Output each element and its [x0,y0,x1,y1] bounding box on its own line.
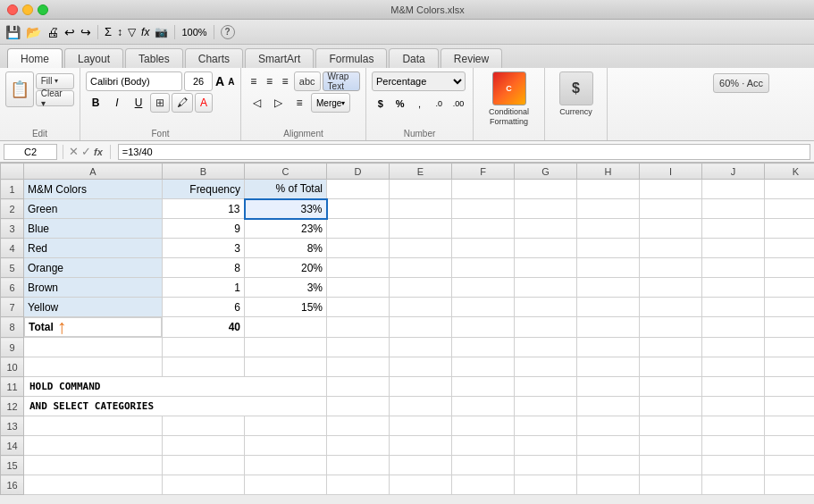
cell-k3[interactable] [765,219,815,239]
col-header-e[interactable]: E [390,164,452,180]
cell-g14[interactable] [515,436,577,456]
cell-g16[interactable] [515,475,577,495]
cell-c14[interactable] [245,436,327,456]
cell-a10[interactable] [24,357,163,377]
cell-g12[interactable] [515,397,577,416]
align-left-button[interactable]: ≡ [247,71,261,91]
filter-icon[interactable]: ▽ [128,26,136,38]
cell-f16[interactable] [452,475,515,495]
cell-e4[interactable] [390,239,452,258]
cell-c9[interactable] [245,338,327,357]
cell-a15[interactable] [24,456,163,475]
cell-j15[interactable] [702,456,765,475]
cell-f1[interactable] [452,180,515,199]
cell-j9[interactable] [702,338,765,357]
cell-j10[interactable] [702,357,765,377]
cell-b10[interactable] [163,357,245,377]
align-right-button[interactable]: ≡ [278,71,292,91]
cell-d2[interactable] [327,199,390,219]
cell-c7[interactable]: 15% [245,298,327,317]
currency-button[interactable]: $ Currency [559,71,593,116]
number-format-select[interactable]: Percentage General Number Currency Text [372,71,466,91]
cell-c6[interactable]: 3% [245,278,327,298]
font-color-button[interactable]: A [195,93,213,113]
accept-formula-button[interactable]: ✓ [81,145,91,158]
cell-i2[interactable] [640,199,702,219]
cell-f3[interactable] [452,219,515,239]
cell-j7[interactable] [702,298,765,317]
cell-h16[interactable] [577,475,640,495]
align-center-button[interactable]: ≡ [263,71,277,91]
font-size-input[interactable] [184,71,213,91]
justify-button[interactable]: ≡ [290,93,309,113]
col-header-c[interactable]: C [245,164,327,180]
cell-h10[interactable] [577,357,640,377]
col-header-d[interactable]: D [327,164,390,180]
cell-j3[interactable] [702,219,765,239]
cell-b8[interactable]: 40 [163,317,245,338]
cell-g6[interactable] [515,278,577,298]
cell-k12[interactable] [765,397,815,416]
cell-a6[interactable]: Brown [24,278,163,298]
cell-j4[interactable] [702,239,765,258]
cell-i10[interactable] [640,357,702,377]
cell-c15[interactable] [245,456,327,475]
cell-h4[interactable] [577,239,640,258]
cell-b15[interactable] [163,456,245,475]
cell-d15[interactable] [327,456,390,475]
cell-d7[interactable] [327,298,390,317]
sum-icon[interactable]: Σ [105,25,112,38]
tab-data[interactable]: Data [389,48,438,68]
cell-d5[interactable] [327,258,390,278]
tab-review[interactable]: Review [441,48,502,68]
cell-g1[interactable] [515,180,577,199]
tab-home[interactable]: Home [7,48,63,68]
inc-decimal-button[interactable]: .00 [449,94,467,113]
cell-e12[interactable] [390,397,452,416]
row-header-3[interactable]: 3 [1,219,24,239]
tab-smartart[interactable]: SmartArt [245,48,314,68]
close-button[interactable] [7,4,18,15]
cell-k5[interactable] [765,258,815,278]
cell-c16[interactable] [245,475,327,495]
cell-e16[interactable] [390,475,452,495]
cell-f11[interactable] [452,377,515,397]
cell-f5[interactable] [452,258,515,278]
col-header-k[interactable]: K [765,164,815,180]
row-header-9[interactable]: 9 [1,338,24,357]
cell-k16[interactable] [765,475,815,495]
minimize-button[interactable] [22,4,33,15]
cell-i7[interactable] [640,298,702,317]
cell-i14[interactable] [640,436,702,456]
cell-g5[interactable] [515,258,577,278]
cell-e1[interactable] [390,180,452,199]
cell-a8[interactable]: Total ↑ [24,317,162,337]
traffic-lights[interactable] [7,4,48,15]
cell-k7[interactable] [765,298,815,317]
cell-b5[interactable]: 8 [163,258,245,278]
formula-input[interactable] [118,144,810,160]
dec-decimal-button[interactable]: .0 [430,94,448,113]
cell-g8[interactable] [515,317,577,338]
row-header-7[interactable]: 7 [1,298,24,317]
cell-c1[interactable]: % of Total [245,180,327,199]
cell-a13[interactable] [24,416,163,436]
cell-g11[interactable] [515,377,577,397]
cell-h14[interactable] [577,436,640,456]
cell-a7[interactable]: Yellow [24,298,163,317]
cell-d3[interactable] [327,219,390,239]
row-header-12[interactable]: 12 [1,397,24,416]
row-header-14[interactable]: 14 [1,436,24,456]
cell-b1[interactable]: Frequency [163,180,245,199]
cell-h15[interactable] [577,456,640,475]
cell-h3[interactable] [577,219,640,239]
merge-button[interactable]: Merge ▾ [311,93,350,113]
cell-i16[interactable] [640,475,702,495]
cell-d16[interactable] [327,475,390,495]
cell-k4[interactable] [765,239,815,258]
row-header-16[interactable]: 16 [1,475,24,495]
cell-h12[interactable] [577,397,640,416]
cell-e15[interactable] [390,456,452,475]
cell-c4[interactable]: 8% [245,239,327,258]
cell-f4[interactable] [452,239,515,258]
